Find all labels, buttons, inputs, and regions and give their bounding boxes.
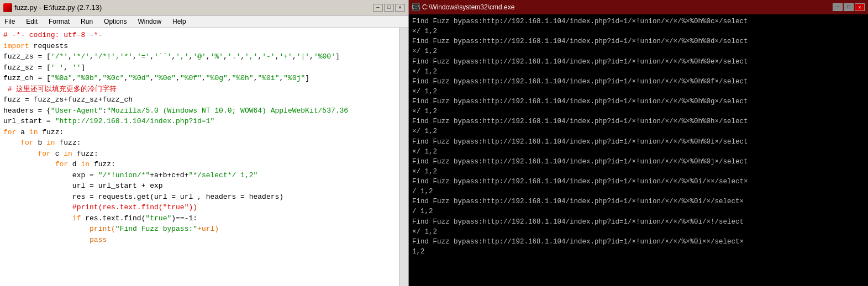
menu-edit[interactable]: Edit [24, 17, 40, 26]
cmd-titlebar: C:\ C:\Windows\system32\cmd.exe ─ □ ✕ [409, 0, 868, 14]
cmd-maximize-button[interactable]: □ [844, 3, 854, 11]
cmd-window: C:\ C:\Windows\system32\cmd.exe ─ □ ✕ Fi… [409, 0, 868, 286]
editor-menubar: File Edit Format Run Options Window Help [0, 15, 408, 28]
editor-titlebar: fuzz.py - E:\fuzz.py (2.7.13) ─ □ ✕ [0, 0, 408, 15]
editor-maximize-button[interactable]: □ [384, 4, 394, 12]
menu-run[interactable]: Run [78, 17, 95, 26]
menu-file[interactable]: File [2, 17, 17, 26]
cmd-output[interactable]: Find Fuzz bypass:http://192.168.1.104/in… [409, 14, 868, 286]
cmd-title: C:\Windows\system32\cmd.exe [422, 3, 514, 11]
cmd-window-controls: ─ □ ✕ [833, 3, 865, 11]
menu-window[interactable]: Window [135, 17, 164, 26]
menu-options[interactable]: Options [102, 17, 129, 26]
menu-format[interactable]: Format [46, 17, 72, 26]
cmd-icon: C:\ [412, 3, 420, 11]
menu-help[interactable]: Help [170, 17, 188, 26]
editor-title: fuzz.py - E:\fuzz.py (2.7.13) [14, 3, 102, 12]
editor-code-area[interactable]: # -*- coding: utf-8 -*- import requests … [0, 28, 399, 286]
cmd-close-button[interactable]: ✕ [855, 3, 865, 11]
editor-window-controls: ─ □ ✕ [373, 4, 405, 12]
editor-close-button[interactable]: ✕ [395, 4, 405, 12]
editor-minimize-button[interactable]: ─ [373, 4, 383, 12]
editor-content-wrapper: # -*- coding: utf-8 -*- import requests … [0, 28, 408, 286]
cmd-minimize-button[interactable]: ─ [833, 3, 843, 11]
cmd-titlebar-left: C:\ C:\Windows\system32\cmd.exe [412, 3, 514, 11]
editor-window: fuzz.py - E:\fuzz.py (2.7.13) ─ □ ✕ File… [0, 0, 409, 286]
python-icon [3, 3, 12, 12]
editor-titlebar-left: fuzz.py - E:\fuzz.py (2.7.13) [3, 3, 102, 12]
editor-scrollbar[interactable] [399, 28, 408, 286]
